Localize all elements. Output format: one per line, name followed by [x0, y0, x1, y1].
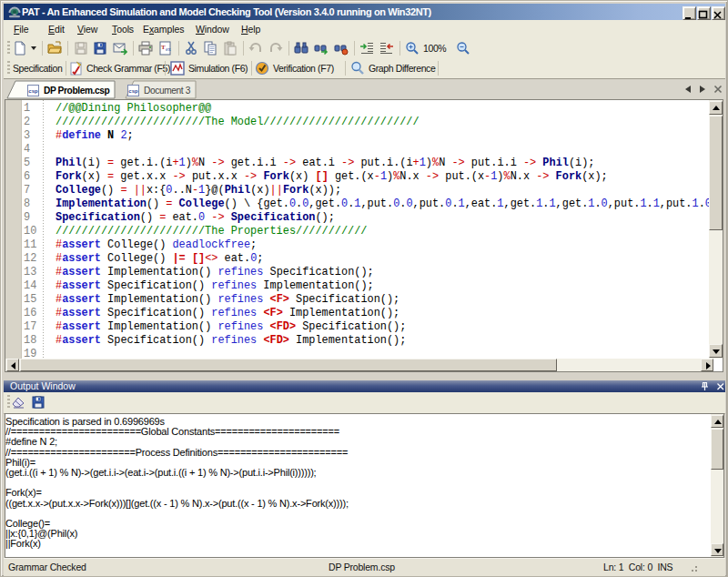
svg-text:csp: csp: [128, 88, 138, 94]
svg-text:csp: csp: [28, 88, 38, 94]
svg-text:ex: ex: [166, 46, 171, 52]
